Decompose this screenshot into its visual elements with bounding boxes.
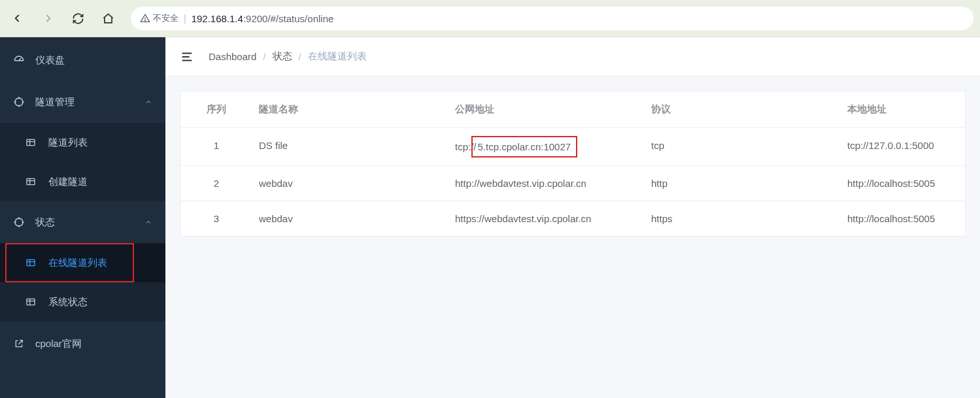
- table-header: 序列 隧道名称 公网地址 协议 本地地址: [180, 91, 965, 128]
- reload-button[interactable]: [67, 7, 89, 29]
- browser-chrome: 不安全 | 192.168.1.4:9200/#/status/online: [0, 0, 980, 37]
- chevron-up-icon: [144, 98, 152, 106]
- tunnel-table: 序列 隧道名称 公网地址 协议 本地地址 1 DS file tcp://5.t…: [180, 91, 966, 237]
- th-pub: 公网地址: [448, 91, 645, 127]
- td-pub: http://webdavtest.vip.cpolar.cn: [448, 166, 645, 201]
- breadcrumb: Dashboard / 状态 / 在线隧道列表: [209, 50, 367, 63]
- breadcrumb-sep: /: [299, 51, 301, 62]
- home-button[interactable]: [97, 7, 119, 29]
- td-proto: tcp: [645, 128, 841, 165]
- sidebar-item-tunnel-list[interactable]: 隧道列表: [0, 123, 165, 162]
- td-proto: http: [645, 166, 841, 201]
- sidebar-item-online-list[interactable]: 在线隧道列表: [0, 243, 165, 282]
- svg-rect-5: [27, 259, 35, 265]
- sidebar-item-sys-status[interactable]: 系统状态: [0, 282, 165, 322]
- sidebar-item-tunnel-mgmt[interactable]: 隧道管理: [0, 81, 165, 123]
- table-row: 1 DS file tcp://5.tcp.cpolar.cn:10027 tc…: [180, 128, 965, 166]
- svg-point-4: [15, 218, 23, 226]
- th-proto: 协议: [645, 91, 841, 127]
- sidebar-item-label: 隧道管理: [35, 96, 75, 108]
- url-text: 192.168.1.4:9200/#/status/online: [192, 13, 334, 24]
- main-content: Dashboard / 状态 / 在线隧道列表 序列 隧道名称 公网地址 协议 …: [165, 37, 980, 398]
- td-pub: tcp://5.tcp.cpolar.cn:10027: [448, 128, 645, 165]
- breadcrumb-item[interactable]: 状态: [273, 50, 292, 63]
- topbar: Dashboard / 状态 / 在线隧道列表: [165, 37, 980, 76]
- sidebar-item-label: cpolar官网: [35, 338, 82, 350]
- table-icon: [25, 257, 37, 268]
- table-row: 2 webdav http://webdavtest.vip.cpolar.cn…: [180, 166, 965, 201]
- td-local: http://localhost:5005: [841, 166, 965, 201]
- td-seq: 1: [180, 128, 252, 165]
- sidebar-item-official-site[interactable]: cpolar官网: [0, 322, 165, 366]
- td-pub: https://webdavtest.vip.cpolar.cn: [448, 201, 645, 236]
- hamburger-icon[interactable]: [180, 50, 194, 64]
- th-seq: 序列: [180, 91, 252, 127]
- external-link-icon: [13, 339, 25, 349]
- td-name: DS file: [252, 128, 448, 165]
- sidebar-item-status[interactable]: 状态: [0, 201, 165, 243]
- svg-rect-3: [27, 178, 35, 184]
- td-seq: 3: [180, 201, 252, 236]
- td-local: tcp://127.0.0.1:5000: [841, 128, 965, 165]
- sidebar-item-label: 创建隧道: [48, 176, 88, 188]
- table-icon: [25, 297, 37, 307]
- chevron-up-icon: [144, 218, 152, 226]
- security-label: 不安全: [153, 12, 178, 24]
- sidebar-item-label: 在线隧道列表: [48, 257, 107, 269]
- td-pub-highlighted: 5.tcp.cpolar.cn:10027: [478, 141, 571, 152]
- gauge-icon: [13, 54, 25, 66]
- sidebar-item-label: 状态: [35, 216, 55, 229]
- highlight-box: 5.tcp.cpolar.cn:10027: [471, 136, 578, 158]
- breadcrumb-sep: /: [263, 51, 265, 62]
- svg-point-1: [15, 98, 23, 106]
- target-icon: [13, 96, 25, 108]
- sidebar: 仪表盘 隧道管理 隧道列表 创建隧道: [0, 37, 165, 398]
- security-warning: 不安全: [140, 12, 178, 24]
- td-name: webdav: [252, 166, 448, 201]
- back-button[interactable]: [7, 7, 29, 29]
- sidebar-item-label: 隧道列表: [48, 137, 88, 149]
- sidebar-item-label: 系统状态: [48, 296, 88, 308]
- td-seq: 2: [180, 166, 252, 201]
- sidebar-item-tunnel-create[interactable]: 创建隧道: [0, 162, 165, 201]
- breadcrumb-item-current: 在线隧道列表: [308, 50, 367, 63]
- td-name: webdav: [252, 201, 448, 236]
- svg-rect-6: [27, 299, 35, 305]
- svg-rect-2: [27, 139, 35, 145]
- app-shell: 仪表盘 隧道管理 隧道列表 创建隧道: [0, 37, 980, 398]
- th-local: 本地地址: [841, 91, 965, 127]
- table-row: 3 webdav https://webdavtest.vip.cpolar.c…: [180, 201, 965, 236]
- breadcrumb-item[interactable]: Dashboard: [209, 51, 256, 62]
- table-icon: [25, 137, 37, 148]
- forward-button[interactable]: [37, 7, 59, 29]
- svg-point-0: [144, 20, 145, 21]
- sidebar-item-dashboard[interactable]: 仪表盘: [0, 39, 165, 81]
- target-icon: [13, 216, 25, 228]
- td-local: http://localhost:5005: [841, 201, 965, 236]
- address-bar[interactable]: 不安全 | 192.168.1.4:9200/#/status/online: [131, 7, 973, 30]
- th-name: 隧道名称: [252, 91, 448, 127]
- td-proto: https: [645, 201, 841, 236]
- sidebar-item-label: 仪表盘: [35, 54, 65, 67]
- table-icon: [25, 176, 37, 187]
- content: 序列 隧道名称 公网地址 协议 本地地址 1 DS file tcp://5.t…: [165, 76, 980, 251]
